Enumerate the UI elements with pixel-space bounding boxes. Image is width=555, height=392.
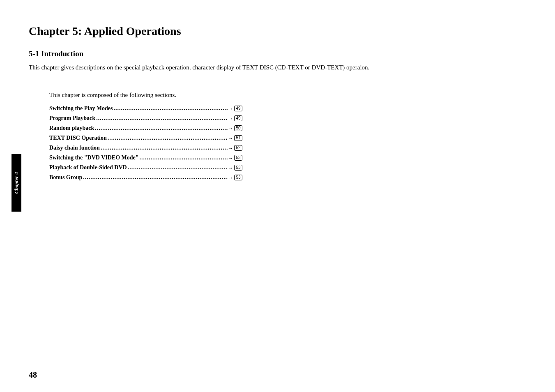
page-reference-box: 49 xyxy=(234,106,242,111)
page-reference-box: 53 xyxy=(234,175,242,180)
toc-label: Switching the "DVD VIDEO Mode" xyxy=(49,154,139,161)
toc-page-ref: → 53 xyxy=(228,165,242,171)
page-reference-box: 52 xyxy=(234,145,242,151)
toc-page-ref: → 49 xyxy=(228,106,242,112)
toc-leader-dots xyxy=(94,125,228,131)
toc-leader-dots xyxy=(95,115,228,122)
toc-intro-text: This chapter is composed of the followin… xyxy=(49,92,526,99)
toc-entry: Program Playback → 49 xyxy=(49,115,242,122)
toc-leader-dots xyxy=(127,164,228,171)
toc-entry: Switching the "DVD VIDEO Mode" → 53 xyxy=(49,154,242,161)
toc-page-ref: → 53 xyxy=(228,155,242,161)
toc-entry: Bonus Group → 53 xyxy=(49,174,242,181)
arrow-icon: → xyxy=(228,115,233,122)
toc-label: TEXT DISC Operation xyxy=(49,135,107,141)
arrow-icon: → xyxy=(228,165,233,171)
section-title: 5-1 Introduction xyxy=(29,49,526,58)
toc-leader-dots xyxy=(113,105,228,112)
page-reference-box: 53 xyxy=(234,155,242,161)
toc-entry: Random playback → 50 xyxy=(49,125,242,131)
toc-label: Daisy chain function xyxy=(49,145,100,151)
toc-page-ref: → 51 xyxy=(228,135,242,141)
arrow-icon: → xyxy=(228,125,233,131)
toc-page-ref: → 53 xyxy=(228,175,242,181)
arrow-icon: → xyxy=(228,145,233,151)
page-reference-box: 53 xyxy=(234,165,242,171)
page-reference-box: 50 xyxy=(234,125,242,131)
toc-entry: Playback of Double-Sided DVD → 53 xyxy=(49,164,242,171)
toc-page-ref: → 49 xyxy=(228,115,242,122)
arrow-icon: → xyxy=(228,106,233,112)
page-reference-box: 49 xyxy=(234,115,242,121)
arrow-icon: → xyxy=(228,135,233,141)
toc-page-ref: → 50 xyxy=(228,125,242,131)
toc-entry: Daisy chain function → 52 xyxy=(49,145,242,151)
toc-label: Program Playback xyxy=(49,115,95,122)
page-content: Chapter 5: Applied Operations 5-1 Introd… xyxy=(0,0,555,392)
toc-page-ref: → 52 xyxy=(228,145,242,151)
toc-leader-dots xyxy=(107,135,228,141)
toc-label: Playback of Double-Sided DVD xyxy=(49,164,127,171)
table-of-contents: This chapter is composed of the followin… xyxy=(49,92,526,181)
chapter-title: Chapter 5: Applied Operations xyxy=(29,25,526,38)
toc-label: Switching the Play Modes xyxy=(49,105,113,112)
toc-leader-dots xyxy=(139,154,228,161)
toc-label: Random playback xyxy=(49,125,94,131)
toc-entry: TEXT DISC Operation → 51 xyxy=(49,135,242,141)
arrow-icon: → xyxy=(228,155,233,161)
toc-label: Bonus Group xyxy=(49,174,82,181)
page-number: 48 xyxy=(29,370,37,380)
toc-entry: Switching the Play Modes → 49 xyxy=(49,105,242,112)
toc-leader-dots xyxy=(82,174,228,181)
arrow-icon: → xyxy=(228,175,233,181)
page-reference-box: 51 xyxy=(234,135,242,141)
intro-paragraph: This chapter gives descriptions on the s… xyxy=(29,64,526,71)
toc-leader-dots xyxy=(100,145,228,151)
